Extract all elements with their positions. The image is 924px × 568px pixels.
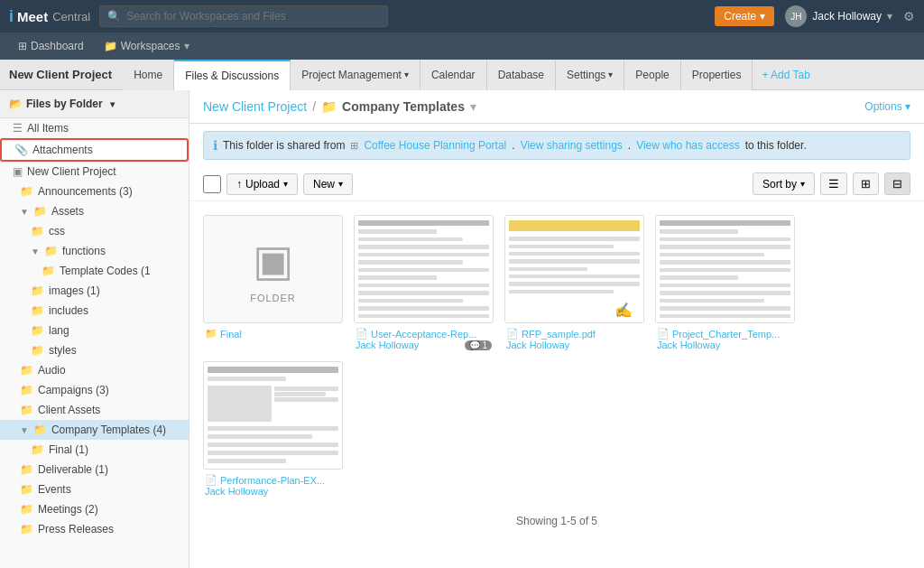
breadcrumb-separator: / xyxy=(312,99,316,114)
who-has-access-link[interactable]: View who has access xyxy=(636,139,740,152)
list-item[interactable]: 📄 Performance-Plan-EX... Jack Holloway xyxy=(203,361,343,497)
project-title: New Client Project xyxy=(9,68,123,81)
sidebar-item-dashboard[interactable]: ⊞ Dashboard xyxy=(9,36,93,56)
app-logo[interactable]: i Meet Central xyxy=(9,7,90,26)
toolbar: ↑ Upload ▾ New ▾ Sort by ▾ ☰ ⊞ ⊟ xyxy=(189,167,924,201)
sidebar-header[interactable]: 📂 Files by Folder ▾ xyxy=(0,90,189,118)
sidebar-item-images[interactable]: 📁 images (1) xyxy=(0,281,189,301)
sidebar: 📂 Files by Folder ▾ ☰ All Items 📎 Attach… xyxy=(0,90,189,568)
sidebar-item-label: Audio xyxy=(38,364,66,377)
file-info: 📄 User-Acceptance-Rep... Jack Holloway 💬… xyxy=(354,323,494,350)
search-input[interactable] xyxy=(126,10,380,23)
file-thumbnail xyxy=(354,215,494,323)
sidebar-item-label: css xyxy=(49,225,65,237)
content-header: New Client Project / 📁 Company Templates… xyxy=(189,90,924,124)
add-tab-button[interactable]: + Add Tab xyxy=(753,60,819,90)
sidebar-item-styles[interactable]: 📁 styles xyxy=(0,340,189,360)
sidebar-item-new-client-project[interactable]: ▣ New Client Project xyxy=(0,162,189,182)
list-item[interactable]: 📄 Project_Charter_Temp... Jack Holloway xyxy=(655,215,795,350)
chevron-down-icon: ▾ xyxy=(404,70,409,79)
sidebar-item-functions[interactable]: ▼ 📁 functions xyxy=(0,241,189,261)
list-item[interactable]: ✍ 📄 RFP_sample.pdf Jack Holloway xyxy=(504,215,644,350)
sidebar-item-assets[interactable]: ▼ 📁 Assets xyxy=(0,201,189,221)
sidebar-item-announcements[interactable]: 📁 Announcements (3) xyxy=(0,182,189,201)
new-button[interactable]: New ▾ xyxy=(303,173,353,195)
file-info: 📁 Final xyxy=(203,323,343,340)
folder-icon: 📁 xyxy=(31,225,44,237)
top-navigation: i Meet Central 🔍 Create ▾ JH Jack Hollow… xyxy=(0,0,924,33)
tab-properties[interactable]: Properties xyxy=(681,60,753,90)
thumbnail-view-button[interactable]: ⊟ xyxy=(884,172,910,195)
upload-icon: ↑ xyxy=(236,178,242,191)
file-name: 📄 Project_Charter_Temp... xyxy=(657,328,793,340)
doc-icon: 📄 xyxy=(657,328,670,340)
tab-settings[interactable]: Settings ▾ xyxy=(556,60,624,90)
options-button[interactable]: Options ▾ xyxy=(864,100,910,113)
doc-icon: 📄 xyxy=(356,328,368,340)
tab-home[interactable]: Home xyxy=(123,60,174,90)
folder-icon: 📁 xyxy=(20,364,33,377)
sidebar-item-audio[interactable]: 📁 Audio xyxy=(0,360,189,380)
sidebar-item-label: Assets xyxy=(51,205,84,218)
list-view-button[interactable]: ☰ xyxy=(820,172,847,195)
user-menu[interactable]: JH Jack Holloway ▾ xyxy=(785,5,892,27)
sidebar-item-includes[interactable]: 📁 includes xyxy=(0,301,189,321)
folder-icon: 📁 xyxy=(31,443,44,456)
sidebar-item-label: Company Templates (4) xyxy=(51,424,166,436)
tab-bar: Home Files & Discussions Project Managem… xyxy=(123,60,819,90)
sidebar-item-label: Campaigns (3) xyxy=(38,384,109,396)
avatar: JH xyxy=(785,5,807,27)
logo-central: Central xyxy=(52,10,90,23)
chevron-down-icon: ▾ xyxy=(283,179,288,189)
sidebar-item-client-assets[interactable]: 📁 Client Assets xyxy=(0,400,189,420)
sidebar-item-press-releases[interactable]: 📁 Press Releases xyxy=(0,519,189,539)
sidebar-item-deliverable[interactable]: 📁 Deliverable (1) xyxy=(0,460,189,480)
folder-icon: ▣ xyxy=(253,235,293,285)
file-name: 📁 Final xyxy=(205,328,341,340)
file-owner: Jack Holloway xyxy=(205,486,341,497)
showing-text: Showing 1-5 of 5 xyxy=(189,510,924,536)
sort-by-button[interactable]: Sort by ▾ xyxy=(753,172,815,195)
sidebar-item-css[interactable]: 📁 css xyxy=(0,221,189,241)
sidebar-item-meetings[interactable]: 📁 Meetings (2) xyxy=(0,499,189,519)
info-source-link[interactable]: Coffee House Planning Portal xyxy=(364,139,506,152)
sidebar-item-all-items[interactable]: ☰ All Items xyxy=(0,118,189,138)
sidebar-item-lang[interactable]: 📁 lang xyxy=(0,321,189,340)
chevron-down-icon[interactable]: ▾ xyxy=(470,99,476,114)
sidebar-item-template-codes[interactable]: 📁 Template Codes (1 xyxy=(0,261,189,281)
list-item[interactable]: 📄 User-Acceptance-Rep... Jack Holloway 💬… xyxy=(354,215,494,350)
pdf-icon: 📄 xyxy=(506,328,519,340)
doc-preview xyxy=(204,362,342,469)
tab-people[interactable]: People xyxy=(624,60,680,90)
sidebar-item-workspaces[interactable]: 📁 Workspaces ▾ xyxy=(95,36,199,56)
breadcrumb-project[interactable]: New Client Project xyxy=(203,99,307,114)
sidebar-item-attachments[interactable]: 📎 Attachments xyxy=(0,138,189,162)
select-all-checkbox[interactable] xyxy=(203,175,221,193)
tab-database[interactable]: Database xyxy=(487,60,556,90)
folder-label: FOLDER xyxy=(250,293,296,303)
folder-icon: 📁 xyxy=(42,265,55,277)
info-dot2: . xyxy=(628,139,631,152)
tab-project-management[interactable]: Project Management ▾ xyxy=(291,60,420,90)
gear-icon[interactable]: ⚙ xyxy=(903,9,915,23)
folder-icon: ▣ xyxy=(13,165,23,178)
sidebar-item-final[interactable]: 📁 Final (1) xyxy=(0,440,189,460)
doc-preview xyxy=(656,216,794,322)
folder-icon: 📁 xyxy=(20,185,33,198)
grid-view-button[interactable]: ⊞ xyxy=(853,172,879,195)
chevron-down-icon: ▼ xyxy=(20,425,29,435)
create-label: Create xyxy=(724,10,756,23)
sidebar-item-events[interactable]: 📁 Events xyxy=(0,480,189,499)
sidebar-item-label: Meetings (2) xyxy=(38,503,98,516)
sharing-settings-link[interactable]: View sharing settings xyxy=(521,139,623,152)
tab-calendar[interactable]: Calendar xyxy=(420,60,487,90)
upload-button[interactable]: ↑ Upload ▾ xyxy=(226,173,298,195)
list-item[interactable]: ▣ FOLDER 📁 Final xyxy=(203,215,343,350)
sidebar-item-company-templates[interactable]: ▼ 📁 Company Templates (4) xyxy=(0,420,189,440)
breadcrumb: New Client Project / 📁 Company Templates… xyxy=(203,99,476,114)
sidebar-item-campaigns[interactable]: 📁 Campaigns (3) xyxy=(0,380,189,400)
tab-files-discussions[interactable]: Files & Discussions xyxy=(174,60,291,90)
create-button[interactable]: Create ▾ xyxy=(715,6,774,26)
search-bar[interactable]: 🔍 xyxy=(99,5,388,27)
info-text: This folder is shared from xyxy=(223,139,345,152)
